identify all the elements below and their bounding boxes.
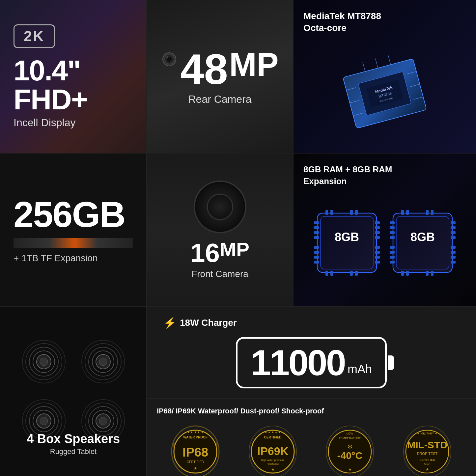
svg-text:-40°C: -40°C <box>337 450 363 461</box>
svg-rect-81 <box>451 226 456 229</box>
svg-rect-78 <box>390 256 395 259</box>
speaker-1 <box>17 335 70 388</box>
16mp-display: 16 MP <box>190 240 249 266</box>
storage-expansion: + 1TB TF Expansion <box>14 253 98 264</box>
tablet-graphic <box>14 238 133 248</box>
svg-line-37 <box>388 55 391 65</box>
svg-text:★: ★ <box>425 467 429 472</box>
page-layout: 2K 10.4" FHD+ Incell Display 256GB + 1TB… <box>0 0 476 476</box>
svg-text:✦ MILITARY ✦: ✦ MILITARY ✦ <box>417 432 437 435</box>
svg-rect-55 <box>375 231 380 234</box>
svg-rect-56 <box>375 236 380 239</box>
svg-text:WATER PROOF: WATER PROOF <box>183 435 208 439</box>
svg-rect-73 <box>390 226 395 229</box>
svg-line-35 <box>362 62 365 71</box>
svg-rect-53 <box>375 221 380 224</box>
left-column: 2K 10.4" FHD+ Incell Display 256GB + 1TB… <box>0 0 147 153</box>
svg-rect-63 <box>350 210 353 215</box>
svg-text:CERTIFIED: CERTIFIED <box>187 460 204 464</box>
svg-rect-68 <box>355 271 358 276</box>
battery-body: 11000 mAh <box>236 337 387 388</box>
speakers-title: 4 Box Speakers <box>0 432 146 446</box>
svg-rect-92 <box>401 271 404 276</box>
svg-point-27 <box>166 56 168 58</box>
svg-text:CERTIFIED: CERTIFIED <box>264 435 281 439</box>
right-column: 48 MP Rear Camera MediaTek MT8788 Octa-c… <box>147 0 476 153</box>
svg-text:High water pressure: High water pressure <box>261 459 285 462</box>
ip-title: IP68/ IP69K Waterproof/ Dust-proof/ Shoc… <box>157 407 466 415</box>
svg-rect-54 <box>375 226 380 229</box>
svg-rect-72 <box>390 221 395 224</box>
ram-chip-2-svg: 8GB <box>390 210 456 276</box>
svg-point-17 <box>40 417 48 425</box>
48mp-number: 48 <box>180 48 228 91</box>
front-camera-inner <box>207 194 233 220</box>
svg-rect-58 <box>375 251 380 254</box>
svg-rect-67 <box>350 271 353 276</box>
svg-rect-88 <box>401 210 404 215</box>
svg-rect-66 <box>330 271 333 276</box>
speaker-icon-1 <box>21 339 67 385</box>
svg-rect-62 <box>330 210 333 215</box>
battery-unit: mAh <box>348 362 372 376</box>
ip69k-badge: ★ ★ ★ ★ ★ CERTIFIED IP69K High water pre… <box>246 422 299 476</box>
svg-text:❄: ❄ <box>347 443 353 450</box>
svg-rect-51 <box>314 256 319 259</box>
mediatek-chip-visual: MediaTek MT8788 Octa-core <box>303 38 466 143</box>
svg-line-36 <box>375 59 378 68</box>
svg-rect-76 <box>390 246 395 249</box>
battery-nub <box>388 355 394 370</box>
rear-camera-label: Rear Camera <box>188 93 251 105</box>
display-size: 10.4" FHD+ <box>14 56 133 114</box>
svg-text:USA: USA <box>424 462 430 465</box>
svg-rect-46 <box>314 226 319 229</box>
svg-rect-87 <box>451 261 456 264</box>
svg-text:★: ★ <box>348 467 352 472</box>
front-camera-cell: 16 MP Front Camera <box>147 153 293 306</box>
svg-rect-94 <box>426 271 429 276</box>
svg-rect-82 <box>451 231 456 234</box>
svg-rect-80 <box>451 221 456 224</box>
svg-rect-59 <box>375 256 380 259</box>
ip69k-badge-svg: ★ ★ ★ ★ ★ CERTIFIED IP69K High water pre… <box>246 422 299 476</box>
svg-rect-60 <box>375 261 380 264</box>
ip68-badge-svg: ★ ★ ★ ★ ★ WATER PROOF IP68 CERTIFIED ★ <box>169 422 222 476</box>
display-subtitle: Incell Display <box>14 117 76 129</box>
speaker-icon-2 <box>80 339 126 385</box>
ram-cell: 8GB RAM + 8GB RAM Expansion <box>293 153 476 306</box>
svg-rect-93 <box>406 271 409 276</box>
battery-cell: ⚡ 18W Charger 11000 mAh <box>147 306 476 399</box>
svg-text:★: ★ <box>271 467 274 472</box>
low-temp-badge: LOW TEMPERATURE ❄ -40°C ★ <box>323 422 376 476</box>
camera-lens-icon <box>161 51 178 68</box>
svg-text:8GB: 8GB <box>334 230 359 244</box>
speakers-cell: 4 Box Speakers Rugged Tablet <box>0 306 147 476</box>
ram-chip-1-svg: 8GB <box>314 210 380 276</box>
mil-std-badge-svg: ✦ MILITARY ✦ MIL-STD DROP TEST CERTIFIED… <box>401 422 454 476</box>
mediatek-chip-svg: MediaTek MT8788 Octa-core <box>329 44 441 136</box>
mediatek-title: MediaTek MT8788 Octa-core <box>303 10 466 34</box>
speakers-grid <box>17 335 129 447</box>
mediatek-cell: MediaTek MT8788 Octa-core <box>293 0 476 153</box>
svg-rect-47 <box>314 231 319 234</box>
battery-capacity: 11000 <box>251 345 345 381</box>
speakers-text-overlay: 4 Box Speakers Rugged Tablet <box>0 432 146 456</box>
speaker-2 <box>77 335 129 388</box>
svg-text:★: ★ <box>194 466 197 471</box>
svg-text:MIL-STD: MIL-STD <box>407 439 447 450</box>
svg-rect-50 <box>314 251 319 254</box>
svg-point-23 <box>99 417 107 425</box>
2k-badge: 2K <box>14 24 55 48</box>
svg-text:CERTIFIED: CERTIFIED <box>419 458 435 462</box>
front-camera-visual <box>194 181 246 233</box>
48mp-suffix: MP <box>229 48 279 81</box>
svg-rect-74 <box>390 231 395 234</box>
svg-rect-91 <box>431 210 434 215</box>
svg-rect-77 <box>390 251 395 254</box>
2k-label: 2K <box>24 28 45 44</box>
svg-rect-89 <box>406 210 409 215</box>
48mp-display: 48 MP <box>161 48 279 91</box>
charger-label: ⚡ 18W Charger <box>163 317 237 329</box>
ram-title: 8GB RAM + 8GB RAM Expansion <box>303 163 466 187</box>
16mp-suffix: MP <box>220 240 249 260</box>
